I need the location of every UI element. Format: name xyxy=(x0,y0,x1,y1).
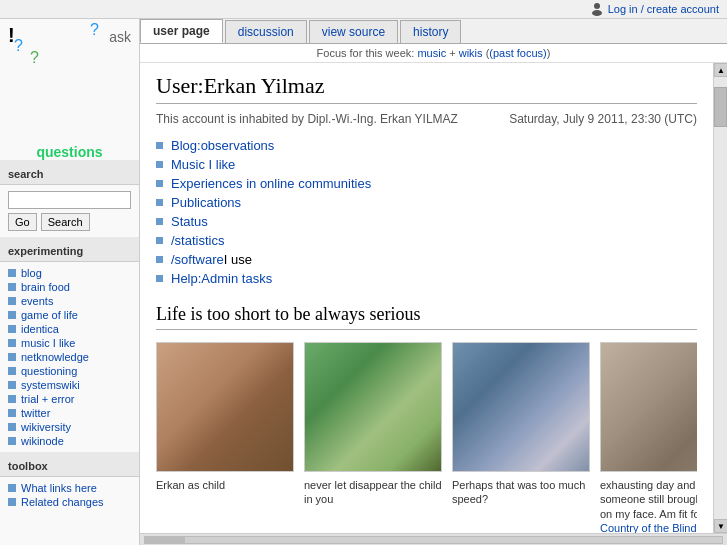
sidebar-item-musiclike[interactable]: music I like xyxy=(8,336,131,350)
scroll-up-button[interactable]: ▲ xyxy=(714,63,727,77)
photo-speed-image xyxy=(452,342,590,472)
questioning-link[interactable]: questioning xyxy=(21,365,77,377)
bullet-icon xyxy=(156,256,163,263)
tab-discussion[interactable]: discussion xyxy=(225,20,307,43)
photo-item-speed: Perhaps that was too much speed? xyxy=(452,342,592,533)
focus-pastfocus-link[interactable]: (past focus) xyxy=(489,47,546,59)
q-mark-3: ? xyxy=(30,49,39,67)
bullet-icon xyxy=(8,325,16,333)
photo-man-caption: exhausting day and someone still brough … xyxy=(600,478,697,533)
tabs: user page discussion view source history xyxy=(140,19,727,44)
sidebar-item-systemswiki[interactable]: systemswiki xyxy=(8,378,131,392)
photo-child-image xyxy=(156,342,294,472)
photo-item-child: Erkan as child xyxy=(156,342,296,533)
tab-userpage[interactable]: user page xyxy=(140,19,223,43)
top-bar: Log in / create account xyxy=(0,0,727,19)
bullet-icon xyxy=(8,269,16,277)
scroll-track xyxy=(714,77,727,519)
bullet-icon xyxy=(8,339,16,347)
gameoflife-link[interactable]: game of life xyxy=(21,309,78,321)
focus-music-link[interactable]: music xyxy=(417,47,446,59)
section-heading: Life is too short to be always serious xyxy=(156,304,697,330)
relatedchanges-link[interactable]: Related changes xyxy=(21,496,104,508)
scroll-thumb[interactable] xyxy=(714,87,727,127)
toolbox-title: toolbox xyxy=(0,452,139,477)
identica-link[interactable]: identica xyxy=(21,323,59,335)
user-info-text: This account is inhabited by Dipl.-Wi.-I… xyxy=(156,112,458,126)
software-suffix: I use xyxy=(224,252,252,267)
systemswiki-link[interactable]: systemswiki xyxy=(21,379,80,391)
events-link[interactable]: events xyxy=(21,295,53,307)
blog-link[interactable]: blog xyxy=(21,267,42,279)
list-item: Music I like xyxy=(156,155,697,174)
sidebar-item-questioning[interactable]: questioning xyxy=(8,364,131,378)
date-info: Saturday, July 9 2011, 23:30 (UTC) xyxy=(509,112,697,126)
focus-wikis-link[interactable]: wikis xyxy=(459,47,483,59)
netknowledge-link[interactable]: netknowledge xyxy=(21,351,89,363)
search-input[interactable] xyxy=(8,191,131,209)
trialerror-link[interactable]: trial + error xyxy=(21,393,75,405)
sidebar-item-wikiversity[interactable]: wikiversity xyxy=(8,420,131,434)
sidebar-item-blog[interactable]: blog xyxy=(8,266,131,280)
photo-gallery: Erkan as child never let disappear the c… xyxy=(156,342,697,533)
photo-outdoor-image xyxy=(304,342,442,472)
login-link[interactable]: Log in / create account xyxy=(608,3,719,15)
q-mark-2: ? xyxy=(14,37,23,55)
svg-point-0 xyxy=(594,3,600,9)
list-item: /software I use xyxy=(156,250,697,269)
go-button[interactable]: Go xyxy=(8,213,37,231)
photo-item-man: exhausting day and someone still brough … xyxy=(600,342,697,533)
bullet-icon xyxy=(8,283,16,291)
hscroll-track xyxy=(144,536,723,544)
sidebar-item-netknowledge[interactable]: netknowledge xyxy=(8,350,131,364)
svg-point-1 xyxy=(592,10,602,16)
wikinode-link[interactable]: wikinode xyxy=(21,435,64,447)
software-link[interactable]: /software xyxy=(171,252,224,267)
brainfood-link[interactable]: brain food xyxy=(21,281,70,293)
scroll-down-button[interactable]: ▼ xyxy=(714,519,727,533)
sidebar-item-gameoflife[interactable]: game of life xyxy=(8,308,131,322)
focus-plus: + xyxy=(449,47,458,59)
publications-link[interactable]: Publications xyxy=(171,195,241,210)
whatlinks-link[interactable]: What links here xyxy=(21,482,97,494)
content-area: user page discussion view source history… xyxy=(140,19,727,545)
ask-text: ask xyxy=(109,29,131,45)
focus-bar: Focus for this week: music + wikis ((pas… xyxy=(140,44,727,63)
sidebar-item-twitter[interactable]: twitter xyxy=(8,406,131,420)
photo-speed-caption: Perhaps that was too much speed? xyxy=(452,478,592,507)
hscroll-thumb[interactable] xyxy=(145,537,185,543)
bullet-icon xyxy=(156,199,163,206)
search-button[interactable]: Search xyxy=(41,213,90,231)
list-item: /statistics xyxy=(156,231,697,250)
sidebar-item-brainfood[interactable]: brain food xyxy=(8,280,131,294)
tab-history[interactable]: history xyxy=(400,20,461,43)
list-item: Experiences in online communities xyxy=(156,174,697,193)
bullet-icon xyxy=(156,237,163,244)
sidebar-item-relatedchanges[interactable]: Related changes xyxy=(8,495,131,509)
search-buttons: Go Search xyxy=(8,213,131,231)
sidebar-item-whatlinks[interactable]: What links here xyxy=(8,481,131,495)
bullet-icon xyxy=(8,423,16,431)
sidebar-item-events[interactable]: events xyxy=(8,294,131,308)
wikiversity-link[interactable]: wikiversity xyxy=(21,421,71,433)
page-title: User:Erkan Yilmaz xyxy=(156,73,697,104)
sidebar-item-trialerror[interactable]: trial + error xyxy=(8,392,131,406)
experiences-link[interactable]: Experiences in online communities xyxy=(171,176,371,191)
sidebar-item-identica[interactable]: identica xyxy=(8,322,131,336)
main-layout: ! ? ? ? ask questions search Go Search e… xyxy=(0,19,727,545)
list-item: Blog:observations xyxy=(156,136,697,155)
bullet-icon xyxy=(8,381,16,389)
music-like-link[interactable]: Music I like xyxy=(171,157,235,172)
twitter-link[interactable]: twitter xyxy=(21,407,50,419)
status-link[interactable]: Status xyxy=(171,214,208,229)
help-admin-link[interactable]: Help:Admin tasks xyxy=(171,271,272,286)
blog-observations-link[interactable]: Blog:observations xyxy=(171,138,274,153)
sidebar-item-wikinode[interactable]: wikinode xyxy=(8,434,131,448)
sidebar: ! ? ? ? ask questions search Go Search e… xyxy=(0,19,140,545)
country-blind-link[interactable]: Country of the Blind xyxy=(600,522,697,533)
tab-viewsource[interactable]: view source xyxy=(309,20,398,43)
bullet-icon xyxy=(8,409,16,417)
bullet-icon xyxy=(8,437,16,445)
musiclike-link[interactable]: music I like xyxy=(21,337,75,349)
statistics-link[interactable]: /statistics xyxy=(171,233,224,248)
